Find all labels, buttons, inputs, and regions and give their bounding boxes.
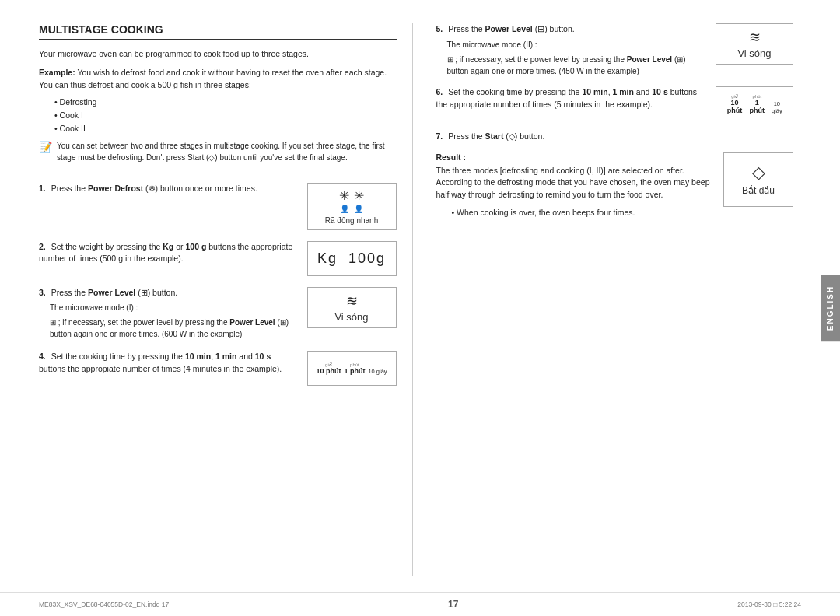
result-bullets: When cooking is over, the oven beeps fou…: [452, 206, 712, 219]
step-7-number: 7.: [436, 131, 443, 141]
result-body: The three modes [defrosting and cooking …: [436, 165, 712, 201]
step-5-content: 5. Press the Power Level (⊞) button. The…: [436, 23, 707, 77]
step-1-row: 1. Press the Power Defrost (❄) button on…: [39, 183, 397, 230]
timer1-gio: giờ 10 phút: [316, 362, 341, 375]
visong-display-2: ≋ Vi sóng: [716, 23, 793, 65]
footer-right: 2013-09-30 □ 5:22:24: [737, 600, 801, 608]
step-6-content: 6. Set the cooking time by pressing the …: [436, 86, 707, 121]
step-3-text: 3. Press the Power Level (⊞) button.: [39, 287, 298, 299]
step-4-text: 4. Set the cooking time by pressing the …: [39, 351, 298, 376]
timer1-gio-val: 10 phút: [316, 367, 341, 375]
step-4-row: 4. Set the cooking time by pressing the …: [39, 351, 397, 386]
kg-display-text: Kg 100g: [317, 250, 386, 267]
right-column: 5. Press the Power Level (⊞) button. The…: [413, 23, 810, 576]
timer1-giay: 10 giây: [368, 368, 387, 375]
step-5-bold2: Power Level: [627, 55, 672, 64]
example-body: You wish to defrost food and cook it wit…: [39, 68, 387, 89]
timer2-display: giờ 10 phút phút 1 phút 10 giây: [716, 86, 793, 121]
start-icon: ◇: [752, 163, 765, 183]
timer1-display: giờ 10 phút phút 1 phút 10 giây: [307, 351, 397, 386]
step-1-bold: Power Defrost: [88, 184, 143, 193]
step-2-bold-kg: Kg: [163, 242, 173, 251]
result-bullet-1: When cooking is over, the oven beeps fou…: [452, 206, 712, 219]
defrost-display: ✳ ✳ 👤 👤 Rã đông nhanh: [307, 183, 397, 230]
step-2-row: 2. Set the weight by pressing the Kg or …: [39, 241, 397, 276]
step-5-row: 5. Press the Power Level (⊞) button. The…: [436, 23, 794, 77]
step-3-bold2: Power Level: [229, 318, 275, 327]
step-5-sub2: ⊞ ; if necessary, set the power level by…: [447, 54, 707, 77]
note-icon: 📝: [39, 139, 52, 156]
bat-dau-box: ◇ Bắt đầu: [723, 152, 793, 207]
visong-display-1: ≋ Vi sóng: [307, 287, 397, 328]
step-2-content: 2. Set the weight by pressing the Kg or …: [39, 241, 298, 276]
kg-display-box: Kg 100g: [307, 241, 397, 276]
result-label: Result :: [436, 152, 467, 162]
step-7-bold: Start: [485, 131, 503, 141]
example-text: Example: You wish to defrost food and co…: [39, 67, 397, 92]
step-6-bold-10s: 10 s: [652, 87, 667, 96]
step-7-row: 7. Press the Start (◇) button.: [436, 131, 794, 143]
step-6-row: 6. Set the cooking time by pressing the …: [436, 86, 794, 121]
step-5-aside: ≋ Vi sóng: [716, 23, 793, 77]
step-6-bold-1min: 1 min: [612, 87, 633, 96]
visong-label-1: Vi sóng: [334, 311, 368, 323]
result-content: Result : The three modes [defrosting and…: [436, 152, 712, 224]
bullet-defrosting: Defrosting: [54, 96, 397, 109]
step-3-number: 3.: [39, 288, 46, 297]
english-tab: ENGLISH: [821, 275, 840, 341]
bullet-cook1: Cook I: [54, 109, 397, 122]
step-6-bold-10min: 10 min: [582, 87, 607, 96]
timer2-giay: 10 giây: [769, 100, 785, 114]
step-2-bold-100g: 100 g: [185, 242, 206, 251]
step-2-text: 2. Set the weight by pressing the Kg or …: [39, 241, 298, 266]
bullet-cook2: Cook II: [54, 122, 397, 135]
step-1-content: 1. Press the Power Defrost (❄) button on…: [39, 183, 298, 230]
timer1-gio-label: giờ: [325, 362, 332, 367]
step-6-aside: giờ 10 phút phút 1 phút 10 giây: [716, 86, 793, 121]
defrost-icon-row: ✳ ✳: [339, 188, 364, 203]
step-4-content: 4. Set the cooking time by pressing the …: [39, 351, 298, 386]
step-5-text: 5. Press the Power Level (⊞) button.: [436, 23, 707, 36]
timer2-giay-val: 10 giây: [769, 100, 785, 114]
intro-text: Your microwave oven can be programmed to…: [39, 48, 397, 61]
divider-1: [39, 173, 397, 173]
left-column: MULTISTAGE COOKING Your microwave oven c…: [39, 23, 413, 576]
defrost-label: Rã đông nhanh: [325, 216, 378, 225]
step-4-bold-10min: 10 min: [185, 352, 211, 361]
timer2-phut-val: 1 phút: [748, 99, 766, 114]
timer1-row: giờ 10 phút phút 1 phút 10 giây: [316, 362, 387, 375]
step-2-number: 2.: [39, 242, 46, 251]
timer2-gio: giờ 10 phút: [724, 93, 745, 114]
snowflake-icon-2: ✳: [354, 188, 364, 203]
timer1-phut: phút 1 phút: [344, 362, 365, 375]
timer2-gio-val: 10 phút: [724, 99, 745, 114]
page-footer: ME83X_XSV_DE68-04055D-02_EN.indd 17 17 2…: [0, 592, 840, 616]
timer2-row: giờ 10 phút phút 1 phút 10 giây: [724, 93, 785, 114]
example-label: Example:: [39, 68, 75, 77]
step-3-sub2: ⊞ ; if necessary, set the power level by…: [50, 317, 298, 340]
visong-label-2: Vi sóng: [737, 47, 771, 59]
wave-icon-2: ≋: [749, 29, 761, 46]
step-6-number: 6.: [436, 87, 443, 96]
face-icon-2: 👤: [354, 205, 363, 213]
step-5-sub: The microwave mode (II) :: [447, 39, 707, 51]
page-title: MULTISTAGE COOKING: [39, 23, 397, 40]
timer1-giay-val: 10 giây: [368, 368, 387, 375]
wave-icon-1: ≋: [346, 292, 358, 310]
step-5-number: 5.: [436, 24, 443, 33]
step-3-content: 3. Press the Power Level (⊞) button. The…: [39, 287, 298, 341]
step-4-number: 4.: [39, 352, 46, 361]
note-text: You can set between two and three stages…: [57, 140, 397, 163]
note-box: 📝 You can set between two and three stag…: [39, 140, 397, 163]
page-number: 17: [169, 599, 737, 610]
bullet-list: Defrosting Cook I Cook II: [54, 96, 397, 135]
timer2-gio-label: giờ: [731, 93, 738, 99]
timer1-phut-val: 1 phút: [344, 367, 365, 375]
bat-dau-text: Bắt đầu: [742, 185, 775, 196]
result-label-text: Result :: [436, 152, 712, 162]
step-1-text: 1. Press the Power Defrost (❄) button on…: [39, 183, 298, 195]
step-7-text: 7. Press the Start (◇) button.: [436, 131, 794, 143]
step-5-bold: Power Level: [485, 24, 532, 33]
bat-dau-display: ◇ Bắt đầu: [723, 152, 793, 207]
snowflake-icon-1: ✳: [339, 188, 349, 203]
